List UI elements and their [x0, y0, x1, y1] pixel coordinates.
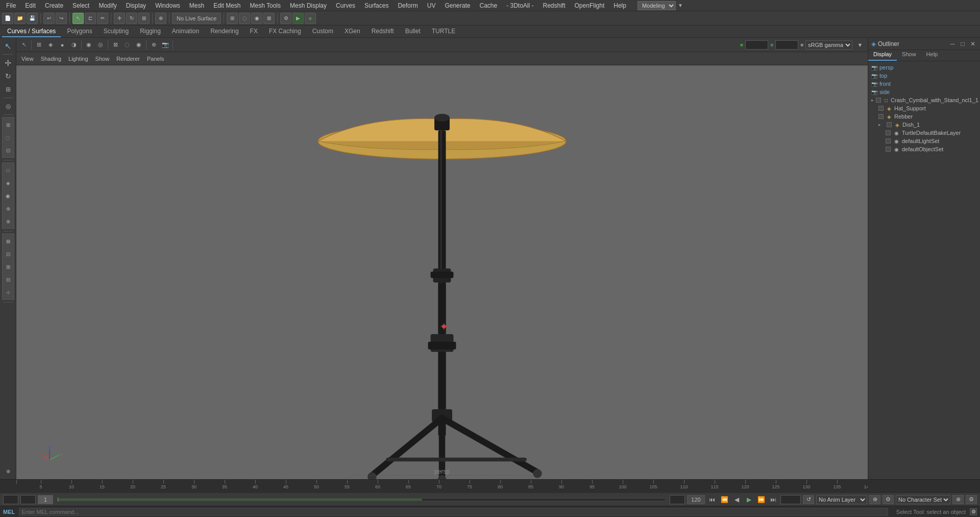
- end-frame-input[interactable]: 200: [780, 495, 801, 504]
- outliner-item-crash-cymbal[interactable]: ▸ □ Crash_Cymbal_with_Stand_ncl1_1: [868, 96, 980, 104]
- misc-btn[interactable]: ⊕: [2, 465, 14, 477]
- menu-item-redshift[interactable]: Redshift: [539, 1, 570, 10]
- tab-curves-surfaces[interactable]: Curves / Surfaces: [2, 26, 61, 37]
- anim-layer-options-btn[interactable]: ⊕: [869, 495, 880, 504]
- tab-fx-caching[interactable]: FX Caching: [264, 26, 306, 37]
- outliner-item-default-object-set[interactable]: ◉ defaultObjectSet: [868, 145, 980, 153]
- menu-item-deform[interactable]: Deform: [394, 1, 422, 10]
- skip-to-end-btn[interactable]: ⏭: [768, 495, 778, 505]
- frame-start-input[interactable]: 1: [3, 495, 18, 504]
- play-forward-btn[interactable]: ▶: [744, 495, 754, 505]
- menu-item-display[interactable]: Display: [122, 1, 150, 10]
- open-file-btn[interactable]: 📁: [14, 13, 26, 24]
- outliner-minimize-btn[interactable]: ─: [948, 40, 957, 48]
- viewport-shading-menu[interactable]: Shading: [38, 55, 64, 62]
- viewport-renderer-menu[interactable]: Renderer: [113, 55, 143, 62]
- menu-item-modify[interactable]: Modify: [94, 1, 120, 10]
- snap-curve-btn[interactable]: ◌: [239, 13, 250, 24]
- outliner-item-rebber[interactable]: ◈ Rebber: [868, 112, 980, 121]
- select-tool-btn[interactable]: ↖: [72, 13, 84, 24]
- tab-xgen[interactable]: XGen: [339, 26, 365, 37]
- constraint-btn1[interactable]: ⊠: [2, 235, 14, 247]
- menu-item-curves[interactable]: Curves: [332, 1, 359, 10]
- save-file-btn[interactable]: 💾: [27, 13, 38, 24]
- frame-color-indicator[interactable]: 1: [38, 495, 53, 504]
- menu-item-generate[interactable]: Generate: [440, 1, 474, 10]
- outliner-item-default-light-set[interactable]: ◉ defaultLightSet: [868, 137, 980, 145]
- display-group-btn1[interactable]: □: [2, 164, 14, 176]
- constraint-btn2[interactable]: ⊡: [2, 248, 14, 260]
- paint-select-btn[interactable]: ✏: [97, 13, 108, 24]
- snap-surface-btn[interactable]: ⊠: [263, 13, 275, 24]
- menu-item-select[interactable]: Select: [68, 1, 93, 10]
- wireframe-icon[interactable]: ⊞: [33, 39, 44, 51]
- menu-item-cache[interactable]: Cache: [475, 1, 501, 10]
- outliner-maximize-btn[interactable]: □: [959, 40, 967, 48]
- select-mode-icon[interactable]: ↖: [18, 39, 30, 51]
- menu-item-help[interactable]: Help: [609, 1, 630, 10]
- tab-polygons[interactable]: Polygons: [62, 26, 97, 37]
- menu-item-windows[interactable]: Windows: [151, 1, 184, 10]
- rotate-tool-btn[interactable]: ↻: [126, 13, 137, 24]
- scale-tool-left[interactable]: ⊞: [2, 83, 14, 96]
- anim-layer-settings-btn[interactable]: ⚙: [883, 495, 894, 504]
- menu-item-file[interactable]: File: [2, 1, 20, 10]
- gamma-options-icon[interactable]: ▼: [854, 39, 866, 51]
- menu-item-3dtoall[interactable]: - 3DtoAll -: [502, 1, 537, 10]
- tab-bullet[interactable]: Bullet: [400, 26, 426, 37]
- tab-custom[interactable]: Custom: [307, 26, 338, 37]
- char-set-select[interactable]: No Character Set: [896, 495, 950, 504]
- snap-to-curve-icon[interactable]: ◌: [121, 39, 133, 51]
- viewport-lighting-menu[interactable]: Lighting: [65, 55, 91, 62]
- snap-group-btn2[interactable]: ◌: [2, 131, 14, 144]
- constraint-btn4[interactable]: ⊟: [2, 273, 14, 286]
- tab-rendering[interactable]: Rendering: [205, 26, 243, 37]
- rotate-tool-left[interactable]: ↻: [2, 70, 14, 82]
- outliner-tab-show[interactable]: Show: [897, 50, 921, 61]
- menu-item-surfaces[interactable]: Surfaces: [360, 1, 393, 10]
- display-group-btn2[interactable]: ◈: [2, 177, 14, 189]
- loop-btn[interactable]: ↺: [803, 495, 814, 504]
- tab-redshift[interactable]: Redshift: [366, 26, 399, 37]
- outliner-item-front[interactable]: 📷 front: [868, 80, 980, 88]
- snap-to-point-icon[interactable]: ◉: [133, 39, 144, 51]
- time-ruler[interactable]: 5101520253035404550556065707580859095100…: [16, 480, 868, 493]
- play-back-btn[interactable]: ◀: [731, 495, 742, 505]
- tab-fx[interactable]: FX: [245, 26, 263, 37]
- outliner-item-dish1[interactable]: ▸ ◈ Dish_1: [868, 121, 980, 129]
- menu-item-edit-mesh[interactable]: Edit Mesh: [209, 1, 244, 10]
- backface-icon[interactable]: ◎: [95, 39, 106, 51]
- move-tool-btn[interactable]: ✛: [114, 13, 125, 24]
- snap-group-btn1[interactable]: ⊞: [2, 119, 14, 131]
- outliner-item-hat-support[interactable]: ◈ Hat_Support: [868, 104, 980, 112]
- status-icon-btn[interactable]: ⚙: [970, 508, 977, 515]
- menu-item-openflight[interactable]: OpenFlight: [571, 1, 609, 10]
- viewport-panels-menu[interactable]: Panels: [144, 55, 167, 62]
- snap-grid-btn[interactable]: ⊞: [227, 13, 238, 24]
- undo-btn[interactable]: ↩: [43, 13, 55, 24]
- outliner-item-side[interactable]: 📷 side: [868, 88, 980, 96]
- display-group-btn5[interactable]: ⊗: [2, 215, 14, 227]
- frame-current-input[interactable]: 1: [20, 495, 36, 504]
- frame-range-end-input[interactable]: 120: [670, 495, 685, 504]
- smooth-shade-icon[interactable]: ●: [57, 39, 68, 51]
- outliner-item-persp[interactable]: 📷 persp: [868, 63, 980, 72]
- tab-turtle[interactable]: TURTLE: [427, 26, 460, 37]
- menu-item-uv[interactable]: UV: [423, 1, 440, 10]
- menu-item-mesh[interactable]: Mesh: [185, 1, 208, 10]
- render-region-icon[interactable]: ⊕: [148, 39, 159, 51]
- value1-input[interactable]: 0.00: [745, 40, 768, 50]
- step-back-btn[interactable]: ⏪: [719, 495, 729, 505]
- xray-icon[interactable]: ◉: [83, 39, 94, 51]
- gamma-select[interactable]: sRGB gamma: [805, 40, 852, 50]
- shading-icon[interactable]: ◈: [45, 39, 56, 51]
- snap-group-btn3[interactable]: ⊡: [2, 144, 14, 156]
- select-tool-left[interactable]: ↖: [2, 40, 14, 52]
- ipr-btn[interactable]: ◈: [305, 13, 316, 24]
- outliner-item-top[interactable]: 📷 top: [868, 72, 980, 80]
- skip-to-start-btn[interactable]: ⏮: [707, 495, 717, 505]
- value2-input[interactable]: 1.00: [775, 40, 798, 50]
- tab-animation[interactable]: Animation: [167, 26, 204, 37]
- viewport[interactable]: ↖ ⊞ ◈ ● ◑ ◉ ◎ ⊠ ◌ ◉ ⊕ 📷 ■ 0.00 ■ 1.00 ■: [16, 38, 868, 479]
- constraint-btn5[interactable]: ⊹: [2, 286, 14, 298]
